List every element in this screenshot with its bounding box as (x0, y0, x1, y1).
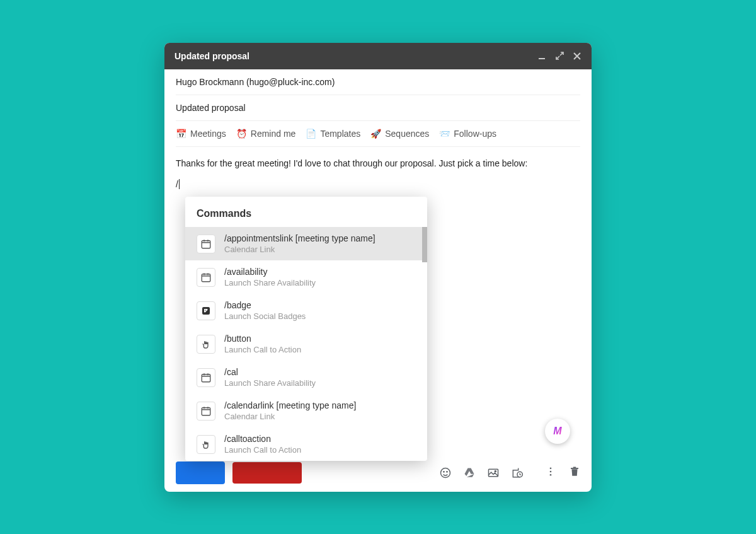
bottom-right (545, 466, 580, 480)
command-text: /buttonLaunch Call to Action (224, 334, 301, 354)
window-title: Updated proposal (175, 51, 537, 61)
commands-list: /appointmentslink [meeting type name]Cal… (185, 227, 427, 461)
command-item[interactable]: /badgeLaunch Social Badges (185, 294, 427, 327)
toolbar: 📅 Meetings ⏰ Remind me 📄 Templates 🚀 Seq… (176, 121, 580, 147)
svg-rect-16 (202, 407, 210, 415)
command-text: /availabilityLaunch Share Availability (224, 267, 316, 287)
command-sub: Calendar Link (224, 245, 375, 254)
send-button[interactable] (176, 461, 225, 484)
svg-point-2 (444, 471, 444, 472)
calendar-icon (197, 268, 215, 287)
bottom-icons (439, 467, 524, 479)
toolbar-label: Meetings (190, 129, 226, 139)
command-item[interactable]: /calendarlink [meeting type name]Calenda… (185, 394, 427, 427)
inbox-icon: 📨 (439, 129, 450, 139)
expand-icon[interactable] (555, 52, 564, 61)
command-item[interactable]: /availabilityLaunch Share Availability (185, 260, 427, 294)
command-text: /appointmentslink [meeting type name]Cal… (224, 233, 375, 254)
svg-point-8 (550, 470, 552, 472)
document-icon: 📄 (306, 129, 316, 139)
secondary-button[interactable] (232, 462, 302, 484)
minimize-icon[interactable] (537, 52, 546, 61)
toolbar-remind[interactable]: ⏰ Remind me (236, 129, 296, 139)
calendar-icon: 📅 (176, 129, 186, 139)
pointer-icon (197, 435, 215, 454)
commands-popup: Commands /appointmentslink [meeting type… (185, 197, 427, 461)
toolbar-meetings[interactable]: 📅 Meetings (176, 129, 226, 139)
command-item[interactable]: /buttonLaunch Call to Action (185, 327, 427, 361)
command-title: /availability (224, 267, 316, 277)
command-sub: Launch Call to Action (224, 445, 301, 455)
command-title: /appointmentslink [meeting type name] (224, 233, 375, 243)
commands-header: Commands (185, 197, 427, 227)
command-item[interactable]: /appointmentslink [meeting type name]Cal… (185, 227, 427, 260)
svg-rect-4 (489, 469, 498, 477)
command-sub: Launch Social Badges (224, 311, 306, 321)
command-title: /button (224, 334, 301, 344)
toolbar-templates[interactable]: 📄 Templates (306, 129, 360, 139)
svg-point-1 (441, 468, 450, 477)
command-text: /badgeLaunch Social Badges (224, 300, 306, 321)
bottom-bar (176, 461, 580, 484)
command-title: /calltoaction (224, 434, 301, 444)
close-icon[interactable] (573, 52, 581, 61)
toolbar-label: Sequences (385, 129, 429, 139)
toolbar-sequences[interactable]: 🚀 Sequences (370, 129, 429, 139)
svg-rect-15 (202, 374, 210, 381)
command-text: /calltoactionLaunch Call to Action (224, 434, 301, 455)
image-icon[interactable] (487, 467, 500, 479)
command-text: /calLaunch Share Availability (224, 367, 316, 388)
subject-row[interactable]: Updated proposal (176, 95, 580, 121)
command-item[interactable]: /calLaunch Share Availability (185, 361, 427, 394)
svg-point-5 (495, 470, 496, 472)
emoji-icon[interactable] (439, 467, 452, 479)
titlebar-actions (537, 52, 581, 61)
scrollbar-thumb[interactable] (422, 227, 427, 262)
email-body[interactable]: Thanks for the great meeting! I'd love t… (176, 147, 580, 175)
drive-icon[interactable] (463, 467, 476, 479)
alarm-icon: ⏰ (236, 129, 247, 139)
svg-rect-13 (202, 274, 210, 281)
svg-rect-12 (202, 240, 210, 248)
command-item[interactable]: /calltoactionLaunch Call to Action (185, 427, 427, 461)
calendar-icon (197, 368, 215, 387)
svg-point-3 (447, 471, 447, 472)
trash-icon[interactable] (569, 466, 580, 480)
rocket-icon: 🚀 (370, 129, 381, 139)
command-title: /badge (224, 300, 306, 310)
svg-point-9 (550, 473, 552, 475)
toolbar-label: Templates (320, 129, 360, 139)
content: Hugo Brockmann (hugo@pluck-inc.com) Upda… (164, 69, 592, 193)
calendar-icon (197, 235, 215, 253)
command-title: /calendarlink [meeting type name] (224, 400, 356, 410)
svg-rect-10 (571, 468, 578, 469)
mixmax-logo: M (553, 426, 561, 437)
svg-point-7 (550, 467, 552, 469)
mixmax-fab[interactable]: M (545, 419, 570, 444)
recipient-row[interactable]: Hugo Brockmann (hugo@pluck-inc.com) (176, 69, 580, 95)
command-sub: Launch Call to Action (224, 345, 301, 354)
more-icon[interactable] (545, 466, 556, 480)
badge-icon (197, 301, 215, 320)
toolbar-label: Follow-ups (454, 129, 496, 139)
command-title: /cal (224, 367, 316, 377)
toolbar-followups[interactable]: 📨 Follow-ups (439, 129, 496, 139)
svg-rect-0 (539, 58, 545, 59)
titlebar: Updated proposal (164, 43, 592, 69)
command-sub: Launch Share Availability (224, 378, 316, 388)
command-sub: Launch Share Availability (224, 278, 316, 287)
svg-rect-11 (573, 467, 576, 468)
calendar-icon (197, 402, 215, 421)
schedule-icon[interactable] (511, 467, 524, 479)
slash-input[interactable]: / (176, 175, 580, 193)
pointer-icon (197, 335, 215, 354)
toolbar-label: Remind me (251, 129, 296, 139)
command-text: /calendarlink [meeting type name]Calenda… (224, 400, 356, 421)
command-sub: Calendar Link (224, 412, 356, 421)
